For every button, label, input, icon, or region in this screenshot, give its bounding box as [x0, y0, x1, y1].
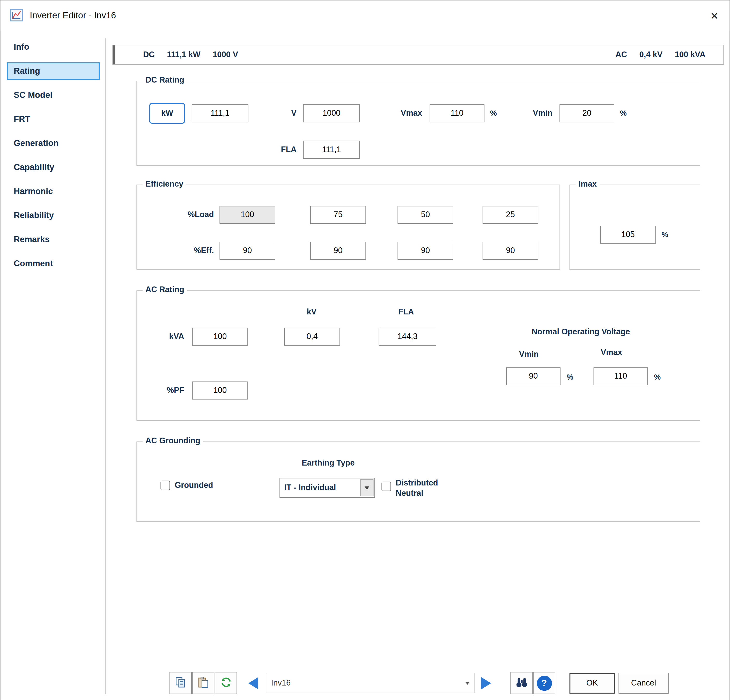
dc-v-label: V [279, 104, 296, 122]
efficiency-load-50-input[interactable] [397, 206, 453, 224]
ac-summary-label: AC [615, 50, 627, 59]
normal-operating-voltage-title: Normal Operating Voltage [489, 323, 673, 341]
efficiency-load-75-input[interactable] [310, 206, 366, 224]
ac-kv-input[interactable] [284, 327, 340, 345]
sidebar-item-remarks[interactable]: Remarks [7, 231, 99, 248]
ac-pf-input[interactable] [192, 381, 248, 399]
imax-percent: % [661, 225, 668, 243]
dc-vmin-label: Vmin [524, 104, 552, 122]
rating-summary-strip: DC 111,1 kW 1000 V AC 0,4 kV 100 kVA [112, 45, 724, 65]
sidebar-item-generation[interactable]: Generation [7, 134, 99, 152]
ac-summary-power: 100 kVA [675, 50, 705, 59]
ac-fla-header: FLA [383, 303, 429, 321]
efficiency-load-100-input[interactable] [219, 206, 275, 224]
sidebar-item-comment[interactable]: Comment [7, 255, 99, 272]
efficiency-eff-25-input[interactable] [483, 242, 538, 260]
earthing-type-dropdown[interactable]: IT - Individual [279, 478, 375, 498]
distributed-neutral-checkbox-row[interactable]: Distributed Neutral [381, 478, 462, 499]
ac-rating-group: AC Rating kV FLA kVA Normal Operating Vo… [136, 290, 700, 421]
cancel-button[interactable]: Cancel [619, 673, 669, 694]
dc-vmin-percent: % [620, 104, 627, 121]
dc-kw-input[interactable] [192, 104, 248, 122]
efficiency-load-label: %Load [164, 206, 214, 224]
close-button[interactable]: ✕ [705, 7, 724, 25]
chevron-down-icon [365, 486, 369, 492]
ac-kv-header: kV [288, 303, 335, 321]
dc-rating-title: DC Rating [143, 76, 187, 85]
ac-pf-label: %PF [151, 381, 184, 399]
dc-vmax-label: Vmax [392, 104, 422, 122]
nov-vmin-label: Vmin [501, 346, 557, 364]
ac-fla-input[interactable] [378, 327, 436, 345]
previous-device-button[interactable] [243, 672, 263, 694]
imax-input[interactable] [600, 226, 656, 244]
earthing-type-value: IT - Individual [284, 478, 336, 497]
device-combobox-value: Inv16 [271, 673, 291, 693]
copy-icon [174, 676, 187, 690]
nov-vmax-percent: % [654, 367, 661, 385]
dc-vmin-input[interactable] [559, 104, 614, 122]
sidebar-separator [105, 38, 106, 694]
find-button[interactable] [511, 672, 533, 694]
sidebar-item-harmonic[interactable]: Harmonic [7, 183, 99, 200]
ok-button[interactable]: OK [569, 673, 615, 694]
nov-vmax-input[interactable] [594, 367, 648, 385]
nov-vmax-label: Vmax [583, 343, 640, 361]
imax-title: Imax [575, 179, 600, 189]
paste-button[interactable] [192, 672, 215, 694]
device-combobox[interactable]: Inv16 [266, 673, 475, 693]
next-device-button[interactable] [476, 672, 496, 694]
efficiency-eff-100-input[interactable] [219, 242, 275, 260]
help-icon: ? [537, 675, 552, 690]
ac-kva-input[interactable] [192, 327, 248, 345]
scale-wrapper: Inverter Editor - Inv16 ✕ Info Rating SC… [0, 0, 730, 700]
chevron-down-icon [465, 682, 470, 687]
copy-button[interactable] [169, 672, 192, 694]
sidebar-item-info[interactable]: Info [7, 38, 99, 56]
sidebar-item-frt[interactable]: FRT [7, 111, 99, 128]
dc-summary-label: DC [143, 50, 155, 59]
ac-summary: AC 0,4 kV 100 kVA [615, 45, 705, 64]
ac-summary-voltage: 0,4 kV [639, 50, 663, 59]
strip-accent-bar [113, 45, 115, 64]
efficiency-eff-50-input[interactable] [397, 242, 453, 260]
dc-v-input[interactable] [303, 104, 360, 122]
help-button[interactable]: ? [533, 672, 555, 694]
dc-summary-power: 111,1 kW [167, 50, 200, 59]
ac-rating-title: AC Rating [143, 285, 187, 294]
binoculars-icon [515, 676, 528, 690]
nov-vmin-percent: % [567, 367, 574, 385]
sidebar: Info Rating SC Model FRT Generation Capa… [7, 38, 103, 279]
inverter-editor-dialog: Inverter Editor - Inv16 ✕ Info Rating SC… [0, 0, 730, 700]
window-title: Inverter Editor - Inv16 [30, 0, 116, 31]
kw-unit-button[interactable]: kW [149, 103, 185, 124]
sidebar-item-capability[interactable]: Capability [7, 159, 99, 176]
efficiency-group: Efficiency %Load %Eff. [136, 184, 560, 269]
sidebar-item-rating[interactable]: Rating [7, 62, 99, 80]
ac-grounding-group: AC Grounding Earthing Type Grounded IT -… [136, 441, 700, 522]
arrow-right-icon [481, 677, 491, 689]
distributed-neutral-checkbox[interactable] [381, 482, 391, 491]
app-icon [10, 9, 23, 22]
efficiency-load-25-input[interactable] [483, 206, 538, 224]
refresh-button[interactable] [215, 672, 237, 694]
sidebar-item-reliability[interactable]: Reliability [7, 207, 99, 224]
grounded-checkbox-row[interactable]: Grounded [161, 481, 213, 490]
sidebar-item-sc-model[interactable]: SC Model [7, 86, 99, 104]
paste-icon [197, 676, 210, 690]
dc-vmax-input[interactable] [429, 104, 485, 122]
earthing-type-dropdown-button[interactable] [360, 479, 374, 496]
nov-vmin-input[interactable] [506, 367, 561, 385]
grounded-checkbox[interactable] [161, 481, 170, 490]
title-bar: Inverter Editor - Inv16 ✕ [0, 0, 730, 31]
earthing-type-label: Earthing Type [279, 454, 378, 472]
dc-fla-input[interactable] [303, 141, 360, 159]
dc-vmax-percent: % [490, 104, 497, 121]
dc-rating-group: DC Rating kW V Vmax % Vmin % FLA [136, 81, 700, 166]
refresh-icon [219, 676, 233, 690]
efficiency-eff-75-input[interactable] [310, 242, 366, 260]
dc-summary: DC 111,1 kW 1000 V [143, 45, 238, 64]
dc-summary-voltage: 1000 V [213, 50, 238, 59]
ac-grounding-title: AC Grounding [143, 436, 203, 446]
efficiency-eff-label: %Eff. [164, 242, 214, 260]
